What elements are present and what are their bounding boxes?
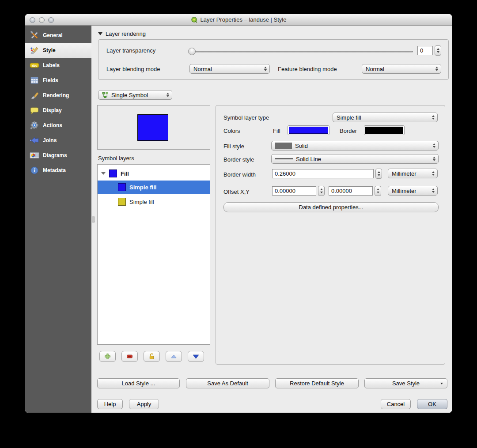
layer-transparency-slider[interactable]: [189, 51, 413, 53]
info-icon: i: [30, 166, 39, 175]
sidebar-item-general[interactable]: General: [25, 28, 91, 43]
symbol-preview-panel: [97, 105, 210, 150]
fill-color-swatch: [289, 127, 328, 134]
brush-icon: [30, 90, 39, 100]
load-style-button[interactable]: Load Style ...: [97, 378, 180, 388]
offset-x-stepper[interactable]: [318, 186, 325, 196]
fill-style-label: Fill style: [223, 143, 244, 150]
lock-color-button[interactable]: [144, 351, 160, 362]
fill-color-button[interactable]: [288, 125, 329, 135]
layer-properties-dialog: Layer Properties – landuse | Style Gener…: [25, 14, 452, 413]
apply-button[interactable]: Apply: [129, 399, 159, 409]
sidebar-item-rendering[interactable]: Rendering: [25, 88, 91, 103]
data-defined-properties-button[interactable]: Data defined properties...: [223, 202, 439, 212]
symbol-layer-properties-panel: Symbol layer type Simple fill Colors Fil…: [216, 105, 445, 365]
expand-triangle-icon[interactable]: [101, 172, 106, 175]
slider-handle[interactable]: [188, 48, 196, 55]
sidebar-item-style[interactable]: Style: [25, 43, 91, 58]
symbol-layer-type-select[interactable]: Simple fill: [333, 113, 438, 122]
border-style-select[interactable]: Solid Line: [271, 154, 439, 164]
select-arrows-icon: [432, 188, 435, 193]
simple-fill-swatch-yellow: [118, 198, 126, 206]
tree-row-fill[interactable]: Fill: [98, 167, 210, 180]
title-bar[interactable]: Layer Properties – landuse | Style: [25, 14, 452, 26]
tree-row-simple-fill-2[interactable]: Simple fill: [98, 195, 210, 208]
sidebar-item-joins[interactable]: Joins: [25, 133, 91, 148]
abc-label-icon: abc: [30, 60, 39, 70]
border-style-label: Border style: [223, 156, 254, 163]
select-arrows-icon: [433, 143, 435, 148]
layer-rendering-collapse-header[interactable]: Layer rendering: [98, 30, 146, 37]
fill-style-select[interactable]: Solid: [271, 141, 439, 151]
select-arrows-icon: [432, 171, 435, 176]
sidebar-item-actions[interactable]: Actions: [25, 118, 91, 133]
border-color-button[interactable]: [364, 125, 405, 135]
open-lock-icon: [148, 353, 155, 360]
solid-line-icon: [275, 158, 293, 159]
border-width-unit-select[interactable]: Millimeter: [388, 169, 438, 178]
minus-icon: [126, 353, 133, 360]
remove-symbol-layer-button[interactable]: [121, 351, 138, 362]
layer-transparency-stepper[interactable]: [435, 45, 441, 56]
feature-blending-mode-select[interactable]: Normal: [362, 64, 441, 74]
symbol-preview-swatch: [137, 114, 168, 141]
plus-icon: [104, 353, 111, 360]
fill-color-label: Fill: [273, 128, 280, 134]
close-window-icon[interactable]: [30, 17, 35, 23]
colors-label: Colors: [223, 128, 240, 134]
border-width-stepper[interactable]: [375, 169, 382, 179]
fill-style-swatch: [275, 143, 292, 149]
border-width-input[interactable]: [272, 169, 374, 178]
sidebar-item-metadata[interactable]: i Metadata: [25, 163, 91, 178]
layer-rendering-groupbox: Layer transparency Layer blending mode N…: [98, 39, 449, 80]
sidebar-item-fields[interactable]: Fields: [25, 73, 91, 88]
renderer-type-select[interactable]: Single Symbol: [98, 90, 172, 100]
layer-transparency-label: Layer transparency: [106, 47, 155, 54]
sidebar-item-diagrams[interactable]: Diagrams: [25, 148, 91, 163]
up-triangle-icon: [170, 353, 178, 360]
minimize-window-icon[interactable]: [39, 17, 45, 23]
tree-row-simple-fill-1[interactable]: Simple fill: [98, 181, 210, 194]
window-controls: [30, 17, 54, 23]
select-arrows-icon: [435, 67, 438, 71]
zoom-window-icon[interactable]: [48, 17, 54, 23]
gear-icon: [30, 120, 39, 130]
paintbrush-icon: [30, 45, 39, 55]
pie-diagram-icon: [30, 151, 39, 160]
offset-unit-select[interactable]: Millimeter: [388, 186, 438, 196]
tools-icon: [30, 30, 39, 40]
offset-y-stepper[interactable]: [375, 186, 381, 196]
layer-transparency-value-input[interactable]: [417, 46, 433, 55]
qgis-logo-icon: [191, 16, 198, 23]
sidebar: General Style abc: [25, 26, 91, 413]
move-layer-up-button[interactable]: [166, 351, 182, 362]
offset-x-input[interactable]: [272, 186, 316, 196]
single-symbol-icon: [102, 92, 109, 98]
feature-blending-mode-label: Feature blending mode: [278, 66, 337, 72]
select-arrows-icon: [264, 67, 267, 71]
select-arrows-icon: [432, 115, 435, 120]
sidebar-item-display[interactable]: Display: [25, 103, 91, 118]
down-triangle-icon: [192, 353, 200, 360]
border-width-label: Border width: [223, 171, 256, 178]
symbol-layers-tree: Fill Simple fill Simple fill: [97, 164, 210, 345]
add-symbol-layer-button[interactable]: [99, 351, 116, 362]
collapse-triangle-icon: [98, 32, 102, 35]
dropdown-arrow-icon: [440, 383, 443, 384]
select-arrows-icon: [167, 93, 169, 97]
restore-default-style-button[interactable]: Restore Default Style: [275, 378, 359, 388]
speech-bubble-icon: [30, 105, 39, 115]
svg-text:abc: abc: [32, 64, 37, 67]
ok-button[interactable]: OK: [417, 399, 447, 409]
help-button[interactable]: Help: [97, 399, 123, 409]
cancel-button[interactable]: Cancel: [381, 399, 411, 409]
panel-resize-handle[interactable]: [92, 216, 95, 222]
sidebar-item-labels[interactable]: abc Labels: [25, 58, 91, 73]
save-style-menu-button[interactable]: Save Style: [364, 378, 447, 388]
offset-y-input[interactable]: [329, 186, 373, 196]
move-layer-down-button[interactable]: [188, 351, 204, 362]
offset-label: Offset X,Y: [223, 188, 250, 195]
layer-blending-mode-select[interactable]: Normal: [189, 64, 270, 74]
save-as-default-button[interactable]: Save As Default: [186, 378, 269, 388]
layer-blending-mode-label: Layer blending mode: [106, 66, 160, 72]
